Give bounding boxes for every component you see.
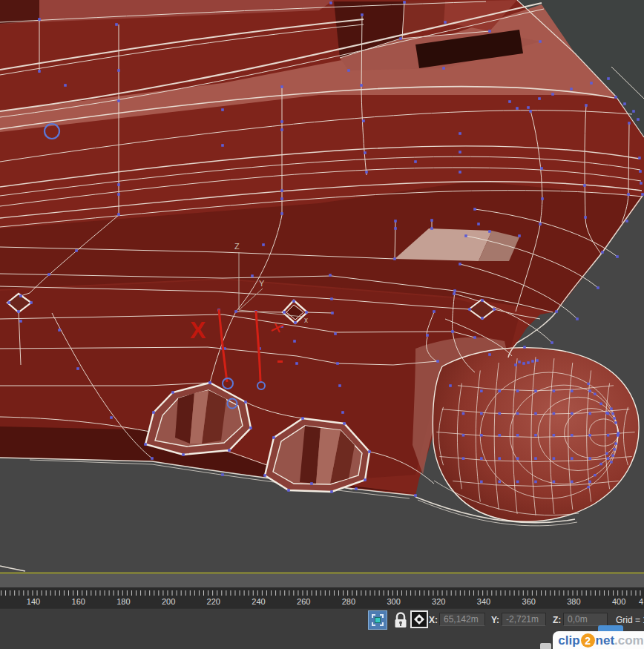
- max-application-window: Z Y x X 14016018020022024026028030032034…: [0, 0, 644, 649]
- x-coordinate-label: X:: [429, 615, 438, 625]
- svg-text:160: 160: [72, 597, 85, 606]
- watermark-text-net: net: [596, 633, 615, 648]
- timeline-ruler[interactable]: 1401601802002202402602803003203403603804…: [0, 588, 644, 608]
- svg-text:340: 340: [477, 597, 490, 606]
- selection-lock-toggle-button[interactable]: [391, 610, 410, 630]
- lock-icon: [392, 610, 409, 630]
- watermark-text-com: .com: [614, 633, 644, 648]
- svg-text:280: 280: [342, 597, 355, 606]
- gray-tab: [540, 643, 551, 649]
- svg-text:320: 320: [432, 597, 445, 606]
- svg-text:300: 300: [387, 597, 400, 606]
- absolute-mode-transform-button[interactable]: [410, 610, 429, 630]
- isolate-selection-icon: [368, 610, 387, 630]
- status-bar: X: 65,142m Y: -2,721m Z: 0,0m Grid = 1 c…: [0, 608, 644, 649]
- svg-text:360: 360: [522, 597, 536, 606]
- z-axis-label: Z: [234, 242, 240, 251]
- x-axis-small-label: x: [304, 316, 308, 324]
- grid-spacing-label: Grid = 1: [616, 615, 644, 625]
- svg-text:400: 400: [612, 597, 625, 606]
- isolate-selection-toggle-button[interactable]: [368, 610, 387, 630]
- svg-text:380: 380: [567, 597, 580, 606]
- absolute-mode-icon: [410, 610, 428, 628]
- y-axis-label: Y: [259, 279, 265, 288]
- svg-text:200: 200: [162, 597, 175, 606]
- z-coordinate-field[interactable]: 0,0m: [563, 613, 608, 626]
- y-coordinate-field[interactable]: -2,721m: [502, 613, 546, 626]
- clip2net-watermark[interactable]: clip2net.com: [553, 631, 644, 649]
- svg-text:180: 180: [116, 597, 130, 606]
- svg-text:140: 140: [27, 597, 40, 606]
- x-coordinate-field[interactable]: 65,142m: [439, 613, 485, 626]
- time-slider-track[interactable]: [0, 574, 644, 588]
- watermark-text-clip: clip: [558, 633, 579, 648]
- svg-text:220: 220: [207, 597, 220, 606]
- y-coordinate-label: Y:: [491, 615, 499, 625]
- watermark-badge-2: 2: [581, 633, 595, 648]
- x-axis-red-label: X: [190, 317, 206, 343]
- viewport-3d[interactable]: Z Y x X: [0, 0, 644, 572]
- svg-text:240: 240: [252, 597, 265, 606]
- svg-text:4: 4: [639, 597, 643, 606]
- z-coordinate-label: Z:: [553, 615, 561, 625]
- svg-text:260: 260: [297, 597, 310, 606]
